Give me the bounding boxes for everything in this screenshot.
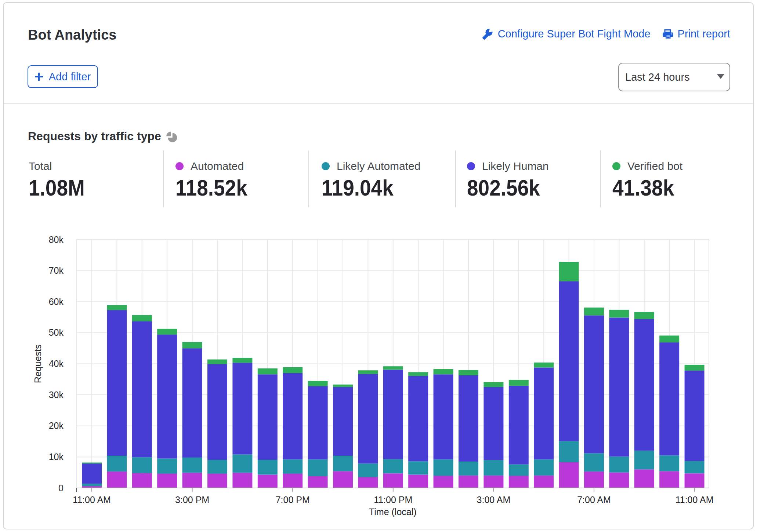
svg-text:10k: 10k [49, 452, 64, 462]
svg-text:80k: 80k [49, 234, 64, 245]
svg-text:11:00 AM: 11:00 AM [675, 495, 714, 505]
svg-text:7:00 AM: 7:00 AM [577, 495, 611, 505]
svg-text:7:00 PM: 7:00 PM [276, 495, 310, 505]
svg-text:20k: 20k [49, 420, 64, 431]
svg-text:0: 0 [58, 483, 64, 493]
svg-text:Requests: Requests [33, 345, 43, 383]
svg-text:3:00 PM: 3:00 PM [175, 495, 209, 505]
svg-text:11:00 AM: 11:00 AM [73, 495, 111, 505]
svg-text:30k: 30k [49, 390, 64, 400]
svg-text:50k: 50k [49, 327, 64, 338]
svg-text:60k: 60k [49, 296, 64, 307]
svg-text:70k: 70k [49, 265, 64, 276]
svg-text:3:00 AM: 3:00 AM [477, 495, 511, 505]
svg-text:Time (local): Time (local) [369, 507, 417, 517]
svg-text:40k: 40k [49, 358, 64, 369]
svg-text:11:00 PM: 11:00 PM [374, 495, 412, 505]
